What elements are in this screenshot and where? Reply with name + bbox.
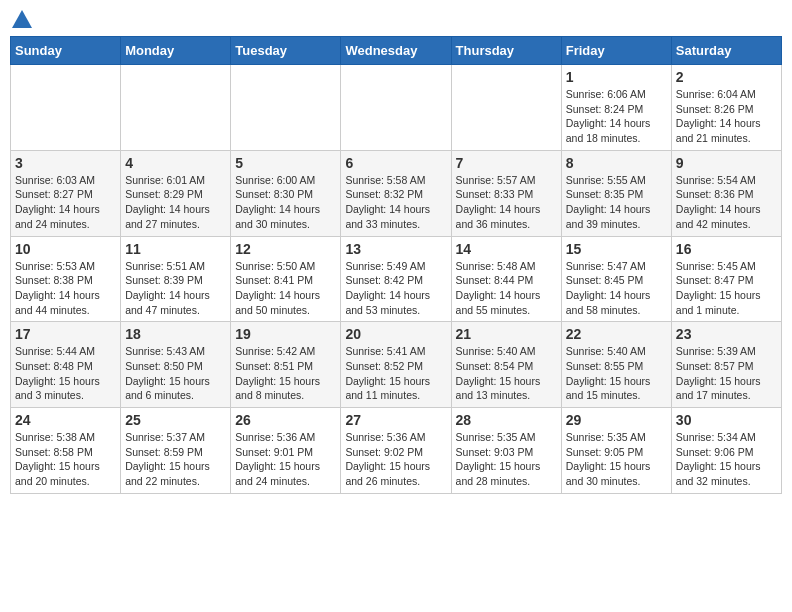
day-info: Sunrise: 5:44 AM Sunset: 8:48 PM Dayligh…	[15, 344, 116, 403]
day-number: 19	[235, 326, 336, 342]
day-cell: 25Sunrise: 5:37 AM Sunset: 8:59 PM Dayli…	[121, 408, 231, 494]
day-cell	[121, 65, 231, 151]
logo-triangle-icon	[12, 10, 32, 28]
day-cell: 28Sunrise: 5:35 AM Sunset: 9:03 PM Dayli…	[451, 408, 561, 494]
day-cell: 24Sunrise: 5:38 AM Sunset: 8:58 PM Dayli…	[11, 408, 121, 494]
page-header	[10, 10, 782, 28]
day-number: 15	[566, 241, 667, 257]
day-number: 25	[125, 412, 226, 428]
calendar-header-row: SundayMondayTuesdayWednesdayThursdayFrid…	[11, 37, 782, 65]
day-number: 26	[235, 412, 336, 428]
column-header-sunday: Sunday	[11, 37, 121, 65]
day-cell: 22Sunrise: 5:40 AM Sunset: 8:55 PM Dayli…	[561, 322, 671, 408]
day-cell: 1Sunrise: 6:06 AM Sunset: 8:24 PM Daylig…	[561, 65, 671, 151]
day-number: 30	[676, 412, 777, 428]
day-cell	[11, 65, 121, 151]
day-info: Sunrise: 5:49 AM Sunset: 8:42 PM Dayligh…	[345, 259, 446, 318]
day-cell: 8Sunrise: 5:55 AM Sunset: 8:35 PM Daylig…	[561, 150, 671, 236]
day-info: Sunrise: 5:47 AM Sunset: 8:45 PM Dayligh…	[566, 259, 667, 318]
day-info: Sunrise: 5:34 AM Sunset: 9:06 PM Dayligh…	[676, 430, 777, 489]
day-number: 23	[676, 326, 777, 342]
week-row-3: 10Sunrise: 5:53 AM Sunset: 8:38 PM Dayli…	[11, 236, 782, 322]
day-info: Sunrise: 5:53 AM Sunset: 8:38 PM Dayligh…	[15, 259, 116, 318]
day-number: 8	[566, 155, 667, 171]
day-number: 4	[125, 155, 226, 171]
day-number: 13	[345, 241, 446, 257]
day-info: Sunrise: 5:42 AM Sunset: 8:51 PM Dayligh…	[235, 344, 336, 403]
column-header-friday: Friday	[561, 37, 671, 65]
day-info: Sunrise: 5:58 AM Sunset: 8:32 PM Dayligh…	[345, 173, 446, 232]
day-number: 9	[676, 155, 777, 171]
day-cell: 5Sunrise: 6:00 AM Sunset: 8:30 PM Daylig…	[231, 150, 341, 236]
day-number: 22	[566, 326, 667, 342]
day-number: 20	[345, 326, 446, 342]
column-header-monday: Monday	[121, 37, 231, 65]
day-cell: 30Sunrise: 5:34 AM Sunset: 9:06 PM Dayli…	[671, 408, 781, 494]
day-cell: 6Sunrise: 5:58 AM Sunset: 8:32 PM Daylig…	[341, 150, 451, 236]
day-cell: 13Sunrise: 5:49 AM Sunset: 8:42 PM Dayli…	[341, 236, 451, 322]
day-info: Sunrise: 5:38 AM Sunset: 8:58 PM Dayligh…	[15, 430, 116, 489]
day-info: Sunrise: 5:43 AM Sunset: 8:50 PM Dayligh…	[125, 344, 226, 403]
day-number: 18	[125, 326, 226, 342]
day-info: Sunrise: 5:48 AM Sunset: 8:44 PM Dayligh…	[456, 259, 557, 318]
day-number: 27	[345, 412, 446, 428]
day-info: Sunrise: 5:35 AM Sunset: 9:03 PM Dayligh…	[456, 430, 557, 489]
day-info: Sunrise: 5:50 AM Sunset: 8:41 PM Dayligh…	[235, 259, 336, 318]
day-cell: 19Sunrise: 5:42 AM Sunset: 8:51 PM Dayli…	[231, 322, 341, 408]
day-cell: 26Sunrise: 5:36 AM Sunset: 9:01 PM Dayli…	[231, 408, 341, 494]
day-number: 6	[345, 155, 446, 171]
day-cell: 29Sunrise: 5:35 AM Sunset: 9:05 PM Dayli…	[561, 408, 671, 494]
day-info: Sunrise: 5:57 AM Sunset: 8:33 PM Dayligh…	[456, 173, 557, 232]
day-number: 14	[456, 241, 557, 257]
day-cell: 21Sunrise: 5:40 AM Sunset: 8:54 PM Dayli…	[451, 322, 561, 408]
day-info: Sunrise: 5:40 AM Sunset: 8:54 PM Dayligh…	[456, 344, 557, 403]
day-info: Sunrise: 5:45 AM Sunset: 8:47 PM Dayligh…	[676, 259, 777, 318]
day-number: 21	[456, 326, 557, 342]
day-info: Sunrise: 6:03 AM Sunset: 8:27 PM Dayligh…	[15, 173, 116, 232]
day-number: 10	[15, 241, 116, 257]
column-header-thursday: Thursday	[451, 37, 561, 65]
day-info: Sunrise: 5:40 AM Sunset: 8:55 PM Dayligh…	[566, 344, 667, 403]
week-row-4: 17Sunrise: 5:44 AM Sunset: 8:48 PM Dayli…	[11, 322, 782, 408]
day-cell: 16Sunrise: 5:45 AM Sunset: 8:47 PM Dayli…	[671, 236, 781, 322]
day-cell: 11Sunrise: 5:51 AM Sunset: 8:39 PM Dayli…	[121, 236, 231, 322]
day-cell: 15Sunrise: 5:47 AM Sunset: 8:45 PM Dayli…	[561, 236, 671, 322]
day-cell: 12Sunrise: 5:50 AM Sunset: 8:41 PM Dayli…	[231, 236, 341, 322]
day-number: 16	[676, 241, 777, 257]
logo	[10, 10, 32, 28]
day-cell	[231, 65, 341, 151]
day-info: Sunrise: 6:04 AM Sunset: 8:26 PM Dayligh…	[676, 87, 777, 146]
day-info: Sunrise: 5:36 AM Sunset: 9:01 PM Dayligh…	[235, 430, 336, 489]
day-cell: 10Sunrise: 5:53 AM Sunset: 8:38 PM Dayli…	[11, 236, 121, 322]
day-cell: 18Sunrise: 5:43 AM Sunset: 8:50 PM Dayli…	[121, 322, 231, 408]
day-cell: 3Sunrise: 6:03 AM Sunset: 8:27 PM Daylig…	[11, 150, 121, 236]
day-info: Sunrise: 5:37 AM Sunset: 8:59 PM Dayligh…	[125, 430, 226, 489]
day-number: 7	[456, 155, 557, 171]
day-number: 11	[125, 241, 226, 257]
day-info: Sunrise: 5:55 AM Sunset: 8:35 PM Dayligh…	[566, 173, 667, 232]
day-number: 28	[456, 412, 557, 428]
week-row-5: 24Sunrise: 5:38 AM Sunset: 8:58 PM Dayli…	[11, 408, 782, 494]
day-cell: 20Sunrise: 5:41 AM Sunset: 8:52 PM Dayli…	[341, 322, 451, 408]
day-info: Sunrise: 6:01 AM Sunset: 8:29 PM Dayligh…	[125, 173, 226, 232]
day-cell: 17Sunrise: 5:44 AM Sunset: 8:48 PM Dayli…	[11, 322, 121, 408]
column-header-tuesday: Tuesday	[231, 37, 341, 65]
day-info: Sunrise: 5:36 AM Sunset: 9:02 PM Dayligh…	[345, 430, 446, 489]
day-cell: 7Sunrise: 5:57 AM Sunset: 8:33 PM Daylig…	[451, 150, 561, 236]
day-cell: 2Sunrise: 6:04 AM Sunset: 8:26 PM Daylig…	[671, 65, 781, 151]
week-row-1: 1Sunrise: 6:06 AM Sunset: 8:24 PM Daylig…	[11, 65, 782, 151]
day-info: Sunrise: 6:00 AM Sunset: 8:30 PM Dayligh…	[235, 173, 336, 232]
column-header-wednesday: Wednesday	[341, 37, 451, 65]
day-info: Sunrise: 5:39 AM Sunset: 8:57 PM Dayligh…	[676, 344, 777, 403]
column-header-saturday: Saturday	[671, 37, 781, 65]
day-cell: 23Sunrise: 5:39 AM Sunset: 8:57 PM Dayli…	[671, 322, 781, 408]
day-cell: 9Sunrise: 5:54 AM Sunset: 8:36 PM Daylig…	[671, 150, 781, 236]
day-info: Sunrise: 5:35 AM Sunset: 9:05 PM Dayligh…	[566, 430, 667, 489]
day-info: Sunrise: 5:54 AM Sunset: 8:36 PM Dayligh…	[676, 173, 777, 232]
day-cell: 27Sunrise: 5:36 AM Sunset: 9:02 PM Dayli…	[341, 408, 451, 494]
day-number: 12	[235, 241, 336, 257]
day-cell	[341, 65, 451, 151]
day-cell	[451, 65, 561, 151]
day-cell: 4Sunrise: 6:01 AM Sunset: 8:29 PM Daylig…	[121, 150, 231, 236]
day-info: Sunrise: 6:06 AM Sunset: 8:24 PM Dayligh…	[566, 87, 667, 146]
